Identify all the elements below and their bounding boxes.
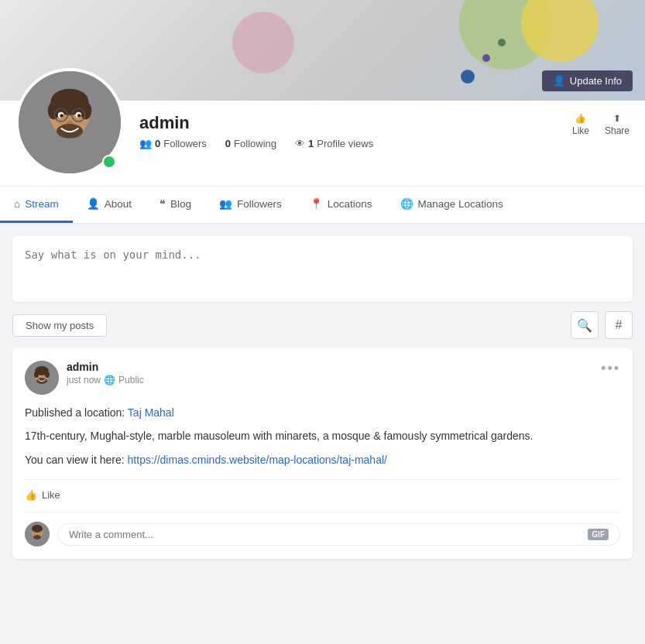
cover-dot-green2 <box>498 39 506 46</box>
post-like-label: Like <box>42 489 60 501</box>
svg-point-10 <box>77 114 81 118</box>
search-button[interactable]: 🔍 <box>571 311 599 339</box>
post-timestamp: just now <box>67 375 101 385</box>
tab-about[interactable]: 👤 About <box>73 187 146 223</box>
thumbs-up-icon: 👍 <box>25 489 37 501</box>
post-input[interactable] <box>25 248 620 287</box>
post-title-prefix: Published a location: <box>25 406 128 419</box>
online-status-dot <box>102 155 116 169</box>
tab-manage-locations-label: Manage Locations <box>418 198 503 210</box>
followers-label: Followers <box>163 138 207 149</box>
tab-followers[interactable]: 👥 Followers <box>205 187 296 223</box>
like-icon: 👍 <box>575 113 586 124</box>
globe-icon: 🌐 <box>400 197 413 210</box>
people-icon: 👥 <box>139 138 152 149</box>
post-visibility: Public <box>118 375 144 385</box>
tab-blog[interactable]: ❝ Blog <box>146 187 205 223</box>
profile-views-label: Profile views <box>317 138 373 149</box>
svg-point-20 <box>34 372 39 378</box>
globe-small-icon: 🌐 <box>104 375 115 385</box>
profile-views-stat: 👁 1 Profile views <box>295 138 373 149</box>
tab-followers-label: Followers <box>237 198 282 210</box>
followers-stat: 👥 0 Followers <box>139 138 207 149</box>
followers-icon: 👥 <box>219 197 232 210</box>
post-description: 17th-century, Mughal-style, marble mauso… <box>25 427 620 444</box>
hashtag-button[interactable]: # <box>605 311 633 339</box>
tabs-nav: ⌂ Stream 👤 About ❝ Blog 👥 Followers 📍 Lo… <box>0 186 645 224</box>
tab-stream[interactable]: ⌂ Stream <box>0 187 73 223</box>
post-actions: 👍 Like <box>25 479 620 501</box>
post-menu-button[interactable]: ••• <box>601 361 620 377</box>
cover-dot-blue <box>461 70 475 84</box>
post-card: admin just now 🌐 Public ••• Published a … <box>12 348 633 559</box>
search-icon: 🔍 <box>577 318 592 333</box>
ellipsis-icon: ••• <box>601 361 620 376</box>
tab-locations-label: Locations <box>328 198 372 210</box>
update-info-icon: 👤 <box>553 75 565 87</box>
comment-input[interactable] <box>69 529 588 540</box>
gif-badge: GIF <box>588 529 609 540</box>
svg-point-6 <box>80 102 91 120</box>
comment-area: GIF <box>25 512 620 546</box>
followers-count: 0 <box>155 138 160 149</box>
svg-point-9 <box>60 114 63 118</box>
post-author-name: admin <box>67 361 144 373</box>
avatar-wrapper <box>15 68 124 176</box>
profile-name: admin <box>139 113 572 133</box>
main-content: Show my posts 🔍 # <box>0 224 645 571</box>
svg-point-27 <box>33 535 41 540</box>
update-info-label: Update Info <box>570 75 622 87</box>
profile-info: admin 👥 0 Followers 0 Following 👁 1 Prof… <box>139 107 572 149</box>
post-author-info: admin just now 🌐 Public <box>67 361 144 385</box>
cover-dot-purple <box>482 54 490 62</box>
svg-point-26 <box>32 525 43 533</box>
home-icon: ⌂ <box>14 198 20 210</box>
tab-locations[interactable]: 📍 Locations <box>296 187 386 223</box>
profile-header: admin 👥 0 Followers 0 Following 👁 1 Prof… <box>0 101 645 186</box>
post-meta: just now 🌐 Public <box>67 375 144 385</box>
tab-about-label: About <box>105 198 132 210</box>
post-title-link[interactable]: Taj Mahal <box>128 406 174 419</box>
like-label: Like <box>572 125 589 136</box>
svg-point-5 <box>48 102 60 120</box>
post-header: admin just now 🌐 Public ••• <box>25 361 620 395</box>
svg-point-21 <box>45 372 50 378</box>
profile-stats: 👥 0 Followers 0 Following 👁 1 Profile vi… <box>139 138 572 149</box>
post-title-line: Published a location: Taj Mahal <box>25 404 620 421</box>
tab-stream-label: Stream <box>25 198 59 210</box>
tab-blog-label: Blog <box>170 198 191 210</box>
map-icon: 📍 <box>310 197 323 210</box>
quote-icon: ❝ <box>160 197 166 210</box>
post-like-button[interactable]: 👍 Like <box>25 489 60 501</box>
profile-page: 👤 Update Info <box>0 0 645 571</box>
post-view-prefix: You can view it here: <box>25 454 128 466</box>
comment-author-avatar <box>25 522 50 546</box>
cover-decoration-pink <box>232 12 294 74</box>
post-view-link[interactable]: https://dimas.cminds.website/map-locatio… <box>128 454 387 466</box>
toolbar-right: 🔍 # <box>571 311 633 339</box>
share-button[interactable]: ⬆ Share <box>605 113 630 136</box>
following-stat: 0 Following <box>225 138 276 149</box>
post-author: admin just now 🌐 Public <box>25 361 144 395</box>
eye-icon: 👁 <box>295 138 305 149</box>
profile-views-count: 1 <box>308 138 314 149</box>
post-box <box>12 236 633 302</box>
comment-input-wrap: GIF <box>57 523 620 546</box>
post-view-line: You can view it here: https://dimas.cmin… <box>25 451 620 468</box>
post-toolbar: Show my posts 🔍 # <box>12 311 633 339</box>
show-posts-button[interactable]: Show my posts <box>12 314 107 337</box>
following-count: 0 <box>225 138 231 149</box>
share-label: Share <box>605 125 630 136</box>
hashtag-icon: # <box>616 318 623 332</box>
share-icon: ⬆ <box>613 113 621 124</box>
tab-manage-locations[interactable]: 🌐 Manage Locations <box>386 187 517 223</box>
post-author-avatar <box>25 361 59 395</box>
like-button[interactable]: 👍 Like <box>572 113 589 136</box>
update-info-button[interactable]: 👤 Update Info <box>542 70 633 91</box>
show-posts-label: Show my posts <box>26 320 94 331</box>
following-label: Following <box>234 138 276 149</box>
user-icon: 👤 <box>87 197 100 210</box>
post-body: Published a location: Taj Mahal 17th-cen… <box>25 404 620 468</box>
profile-actions: 👍 Like ⬆ Share <box>572 107 630 136</box>
